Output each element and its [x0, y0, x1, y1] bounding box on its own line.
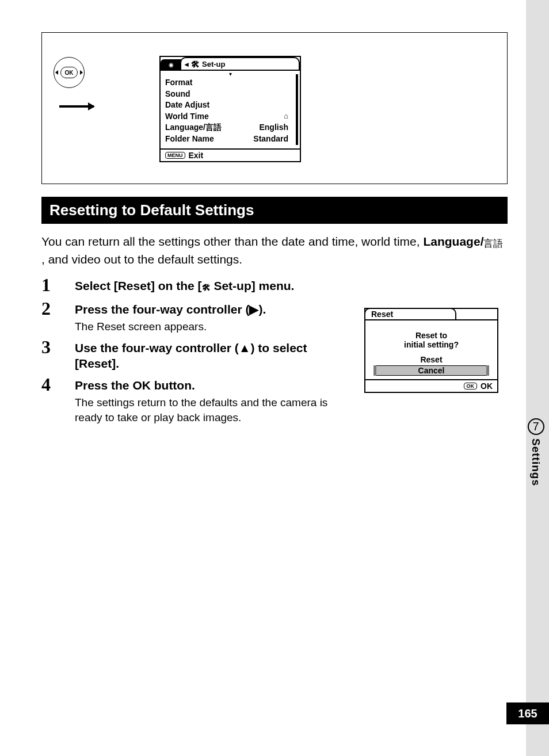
exit-label: Exit — [189, 151, 204, 160]
reset-screen-illustration: Reset Reset to initial setting? Reset Ca… — [364, 308, 498, 393]
step-number: 3 — [41, 337, 75, 372]
menu-item-format: Format — [165, 77, 295, 89]
arrow-icon — [59, 105, 94, 108]
illustration-setup-menu: OK ◉ ◂🛠 Set-up ▾ Format Sound — [41, 32, 508, 184]
scroll-down-icon: ▾ — [165, 71, 295, 77]
reset-option: Reset — [370, 355, 493, 364]
section-heading: Resetting to Default Settings — [41, 197, 508, 224]
step-sub: The settings return to the defaults and … — [75, 395, 328, 425]
camera-tab-icon: ◉ — [161, 59, 181, 70]
menu-item-language: Language/言語 English — [165, 122, 295, 133]
wrench-icon: 🛠 — [191, 59, 200, 69]
menu-item-folder-name: Folder Name Standard — [165, 133, 295, 145]
home-icon: ⌂ — [284, 111, 288, 123]
language-bold: Language/ — [423, 235, 483, 248]
step-title: Select [Reset] on the [🛠 Set-up] menu. — [75, 278, 328, 293]
menu-item-date-adjust: Date Adjust — [165, 100, 295, 111]
step-number: 4 — [41, 374, 75, 425]
step-title: Press the OK button. — [75, 377, 328, 393]
cancel-option-highlighted: Cancel — [376, 365, 487, 376]
gengo-text: 言語 — [483, 237, 503, 251]
reset-line2: initial setting? — [370, 340, 493, 349]
menu-item-world-time: World Time ⌂ — [165, 111, 295, 123]
wrench-icon: 🛠 — [202, 282, 211, 293]
step-1: 1 Select [Reset] on the [🛠 Set-up] menu. — [41, 274, 508, 296]
reset-line1: Reset to — [370, 331, 493, 340]
ok-footer-label: OK — [481, 381, 493, 391]
setup-menu-screen: ◉ ◂🛠 Set-up ▾ Format Sound Date Adjust — [159, 56, 301, 162]
step-number: 1 — [41, 274, 75, 296]
menu-button-label: MENU — [165, 152, 185, 159]
menu-item-sound: Sound — [165, 89, 295, 100]
step-title: Use the four-way controller (▲) to selec… — [75, 340, 328, 372]
setup-tab-label: Set-up — [202, 60, 225, 68]
scrollbar — [296, 74, 298, 145]
ok-button-label: OK — [60, 67, 78, 78]
setup-tab: ◂🛠 Set-up — [180, 57, 300, 70]
step-title: Press the four-way controller (▶). — [75, 301, 328, 317]
intro-text: You can return all the settings other th… — [41, 233, 508, 268]
reset-tab-label: Reset — [364, 308, 456, 319]
controller-icon: OK — [54, 57, 94, 108]
step-sub: The Reset screen appears. — [75, 319, 328, 334]
ok-button-icon: OK — [464, 383, 478, 390]
step-number: 2 — [41, 298, 75, 334]
